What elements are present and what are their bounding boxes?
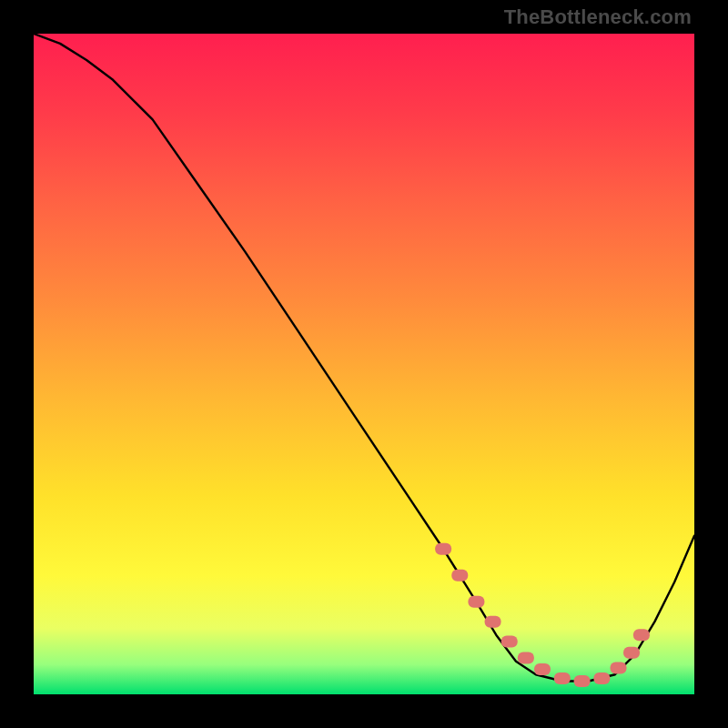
highlighted-point: [451, 570, 468, 581]
gradient-background: [34, 34, 694, 694]
highlighted-point: [435, 543, 451, 555]
chart-plot-area: [34, 34, 694, 694]
highlighted-point: [593, 672, 610, 684]
highlighted-point: [518, 652, 534, 664]
highlighted-point: [468, 596, 484, 608]
highlighted-point: [623, 647, 640, 659]
highlighted-point: [534, 663, 551, 675]
attribution-text: TheBottleneck.com: [504, 5, 692, 29]
highlighted-point: [574, 675, 591, 687]
highlighted-point: [633, 629, 650, 641]
highlighted-point: [554, 672, 571, 684]
highlighted-point: [501, 635, 518, 647]
highlighted-point: [485, 616, 501, 628]
highlighted-point: [611, 662, 627, 673]
bottleneck-curve-chart: [34, 34, 694, 694]
